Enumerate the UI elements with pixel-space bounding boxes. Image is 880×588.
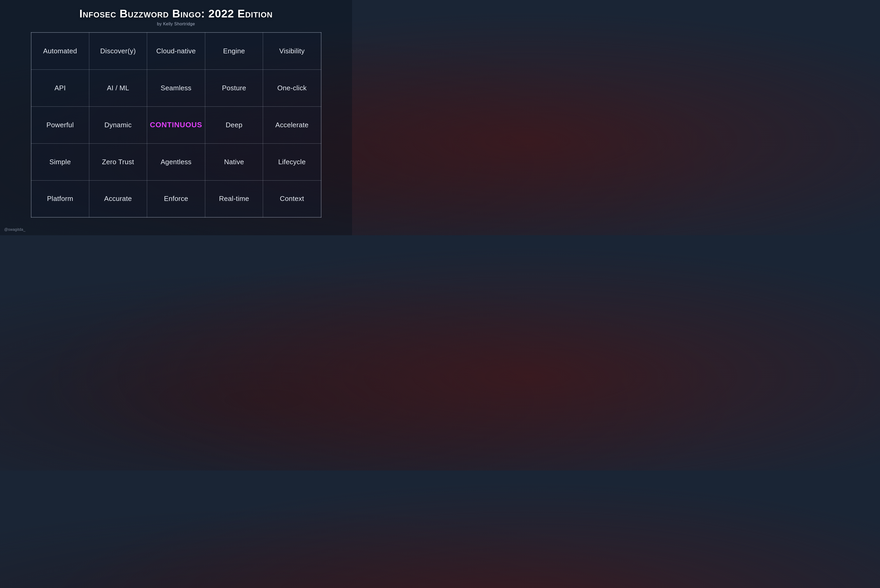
bingo-cell-r3c4[interactable]: Deep — [205, 106, 263, 143]
bingo-cell-r5c2[interactable]: Accurate — [89, 180, 147, 217]
bingo-cell-r2c3[interactable]: Seamless — [147, 69, 205, 106]
bingo-cell-r3c5[interactable]: Accelerate — [263, 106, 321, 143]
bingo-cell-r4c3[interactable]: Agentless — [147, 143, 205, 180]
bingo-cell-r3c3[interactable]: CONTINUOUS — [147, 106, 205, 143]
bingo-cell-r5c3[interactable]: Enforce — [147, 180, 205, 217]
bingo-cell-r2c1[interactable]: API — [31, 69, 89, 106]
bingo-cell-r5c5[interactable]: Context — [263, 180, 321, 217]
page-title: Infosec Buzzword Bingo: 2022 Edition — [80, 8, 273, 20]
bingo-cell-r1c1[interactable]: Automated — [31, 33, 89, 69]
bingo-cell-r3c2[interactable]: Dynamic — [89, 106, 147, 143]
page-subtitle: by Kelly Shortridge — [157, 22, 195, 26]
bingo-table: AutomatedDiscover(y)Cloud-nativeEngineVi… — [31, 32, 321, 218]
bingo-cell-r5c4[interactable]: Real-time — [205, 180, 263, 217]
bingo-cell-r1c2[interactable]: Discover(y) — [89, 33, 147, 69]
bingo-cell-r4c4[interactable]: Native — [205, 143, 263, 180]
bingo-cell-r5c1[interactable]: Platform — [31, 180, 89, 217]
bingo-cell-r1c4[interactable]: Engine — [205, 33, 263, 69]
bingo-cell-r1c5[interactable]: Visibility — [263, 33, 321, 69]
watermark-text: @swagitda_ — [4, 227, 26, 231]
bingo-cell-r3c1[interactable]: Powerful — [31, 106, 89, 143]
bingo-cell-r2c4[interactable]: Posture — [205, 69, 263, 106]
bingo-cell-r4c1[interactable]: Simple — [31, 143, 89, 180]
page-content: Infosec Buzzword Bingo: 2022 Edition by … — [11, 8, 341, 218]
bingo-cell-r2c5[interactable]: One-click — [263, 69, 321, 106]
bingo-cell-r4c2[interactable]: Zero Trust — [89, 143, 147, 180]
bingo-cell-r1c3[interactable]: Cloud-native — [147, 33, 205, 69]
bingo-cell-r4c5[interactable]: Lifecycle — [263, 143, 321, 180]
bingo-cell-r2c2[interactable]: AI / ML — [89, 69, 147, 106]
